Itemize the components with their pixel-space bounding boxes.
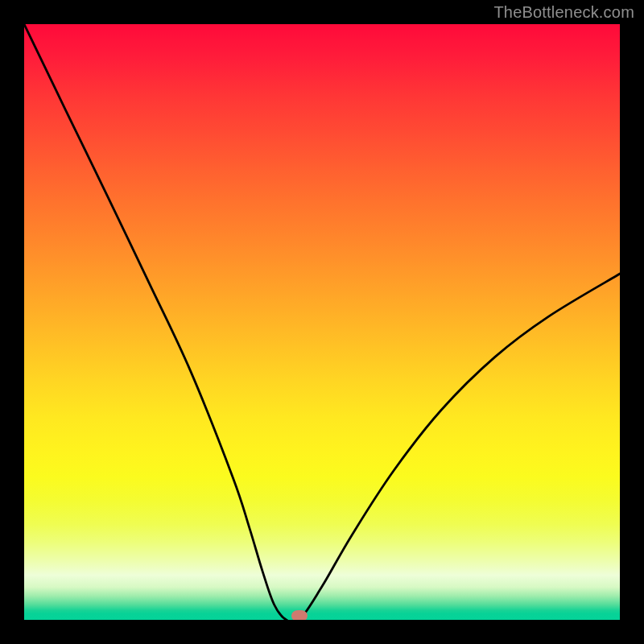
watermark-text: TheBottleneck.com: [493, 3, 634, 22]
optimal-point-marker: [291, 610, 308, 620]
chart-frame: TheBottleneck.com: [0, 0, 644, 644]
background-gradient: [24, 24, 620, 620]
plot-area: [24, 24, 620, 620]
